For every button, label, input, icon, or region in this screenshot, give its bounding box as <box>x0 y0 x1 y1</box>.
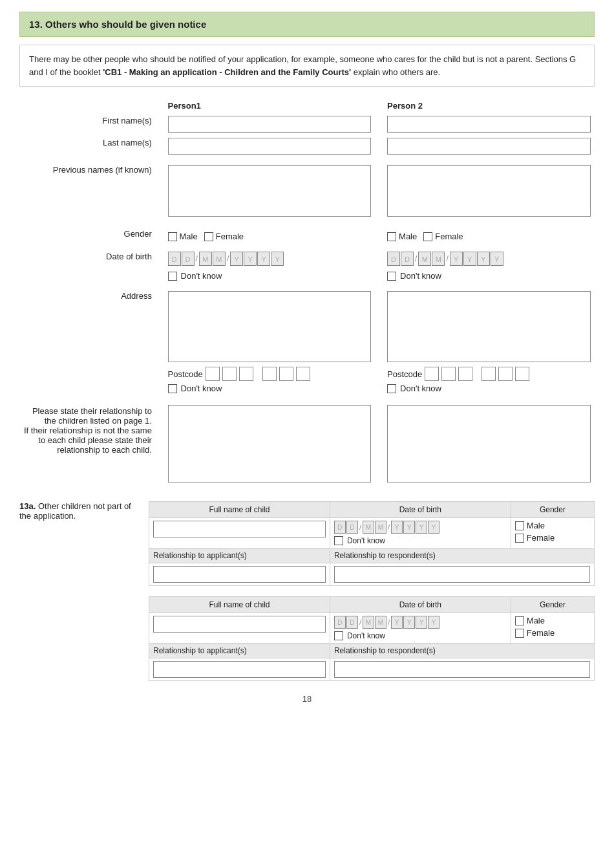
person2-male-checkbox[interactable] <box>387 232 396 241</box>
person1-relationship-input[interactable] <box>168 405 372 483</box>
child2-male-option[interactable]: Male <box>515 616 590 625</box>
child1-rel-applicant-input[interactable] <box>153 566 326 583</box>
person2-first-name-input[interactable] <box>387 116 591 133</box>
person2-female-checkbox[interactable] <box>423 232 432 241</box>
c1-sep2: / <box>388 523 390 531</box>
c2-d1[interactable]: D <box>334 616 346 629</box>
c1-m2[interactable]: M <box>375 521 386 534</box>
c2-y3[interactable]: Y <box>416 616 427 629</box>
p2-dob-m2[interactable]: M <box>432 252 445 266</box>
p1-dob-m1[interactable]: M <box>199 252 212 266</box>
child2-name-input[interactable] <box>153 616 326 633</box>
person2-address-dont-know-checkbox[interactable] <box>387 384 396 393</box>
c2-y4[interactable]: Y <box>428 616 439 629</box>
person2-male-option[interactable]: Male <box>387 232 417 241</box>
p1-pc1[interactable] <box>206 367 220 381</box>
c1-y2[interactable]: Y <box>403 521 415 534</box>
p1-dob-m2[interactable]: M <box>213 252 226 266</box>
c2-m2[interactable]: M <box>375 616 386 629</box>
p1-dob-y4[interactable]: Y <box>271 252 284 266</box>
person1-last-name-input[interactable] <box>168 138 372 155</box>
p1-dob-d1[interactable]: D <box>168 252 181 266</box>
person2-dob-dont-know-checkbox[interactable] <box>387 272 396 281</box>
person1-male-option[interactable]: Male <box>168 232 198 241</box>
address-row: Address Postcode Don't know <box>19 288 595 396</box>
p2-dob-m1[interactable]: M <box>418 252 431 266</box>
c2-y1[interactable]: Y <box>391 616 403 629</box>
p2-pc4[interactable] <box>482 367 496 381</box>
p1-sep1: / <box>196 254 198 263</box>
child1-male-checkbox[interactable] <box>515 521 524 530</box>
p1-pc5[interactable] <box>279 367 293 381</box>
person1-previous-names-input[interactable] <box>168 165 372 217</box>
p2-pc3[interactable] <box>458 367 472 381</box>
person1-address-input[interactable] <box>168 291 372 362</box>
p1-dob-y2[interactable]: Y <box>244 252 257 266</box>
section-13a-bold-label: 13a. <box>19 501 36 511</box>
c1-y1[interactable]: Y <box>391 521 403 534</box>
child2-dob-dont-know-checkbox[interactable] <box>334 631 343 640</box>
person1-female-checkbox[interactable] <box>204 232 213 241</box>
child2-rel-respondent-header: Relationship to respondent(s) <box>330 644 594 658</box>
p2-dob-y3[interactable]: Y <box>477 252 490 266</box>
p2-dob-d2[interactable]: D <box>401 252 414 266</box>
person2-female-option[interactable]: Female <box>423 232 463 241</box>
p2-dob-y2[interactable]: Y <box>463 252 476 266</box>
child2-female-option[interactable]: Female <box>515 628 590 638</box>
p1-dob-y1[interactable]: Y <box>230 252 243 266</box>
p2-pc5[interactable] <box>498 367 513 381</box>
section-13a-content: Full name of child Date of birth Gender … <box>149 497 595 681</box>
person2-last-name-input[interactable] <box>387 138 591 155</box>
p1-pc6[interactable] <box>296 367 310 381</box>
c1-y3[interactable]: Y <box>416 521 427 534</box>
p1-dob-d2[interactable]: D <box>182 252 195 266</box>
person1-address-dont-know-checkbox[interactable] <box>168 384 177 393</box>
p2-dob-y4[interactable]: Y <box>491 252 503 266</box>
child2-rel-applicant-input[interactable] <box>153 661 326 678</box>
person2-dob-dont-know-row: Don't know <box>387 271 591 281</box>
c1-y4[interactable]: Y <box>428 521 439 534</box>
c1-m1[interactable]: M <box>363 521 374 534</box>
child1-female-option[interactable]: Female <box>515 533 590 543</box>
person1-header: Person1 <box>164 98 376 113</box>
p2-dob-y1[interactable]: Y <box>450 252 463 266</box>
person2-previous-names-input[interactable] <box>387 165 591 217</box>
p1-pc3[interactable] <box>239 367 253 381</box>
child1-male-option[interactable]: Male <box>515 521 590 530</box>
child2-rel-respondent-input[interactable] <box>334 661 590 678</box>
c2-y2[interactable]: Y <box>403 616 415 629</box>
person1-dob-dont-know-checkbox[interactable] <box>168 272 177 281</box>
person1-female-option[interactable]: Female <box>204 232 244 241</box>
child1-rel-respondent-input[interactable] <box>334 566 590 583</box>
c2-m1[interactable]: M <box>363 616 374 629</box>
previous-names-row: Previous names (if known) <box>19 162 595 221</box>
child1-dob-dont-know-row: Don't know <box>334 536 507 545</box>
p2-pc2[interactable] <box>441 367 456 381</box>
person2-address-input[interactable] <box>387 291 591 362</box>
p2-pc1[interactable] <box>425 367 439 381</box>
child2-female-checkbox[interactable] <box>515 629 524 638</box>
person2-dob-fields: D D / M M / Y Y Y Y <box>387 252 591 266</box>
person2-relationship-input[interactable] <box>387 405 591 483</box>
person1-male-checkbox[interactable] <box>168 232 177 241</box>
person1-first-name-input[interactable] <box>168 116 372 133</box>
section-13a-row: 13a. Other children not part of the appl… <box>19 497 595 681</box>
p2-pc6[interactable] <box>515 367 529 381</box>
child1-dob-dont-know-checkbox[interactable] <box>334 536 343 545</box>
c2-d2[interactable]: D <box>346 616 358 629</box>
gender-label: Gender <box>19 226 156 244</box>
child2-male-checkbox[interactable] <box>515 616 524 625</box>
p1-pc2[interactable] <box>222 367 237 381</box>
child1-name-input[interactable] <box>153 521 326 537</box>
c1-d1[interactable]: D <box>334 521 346 534</box>
section-13a-outer-table: 13a. Other children not part of the appl… <box>19 497 595 681</box>
c1-d2[interactable]: D <box>346 521 358 534</box>
main-form-table: Person1 Person 2 First name(s) Last name… <box>19 98 595 487</box>
child1-gender-cell: Male Female <box>511 518 594 548</box>
p1-dob-y3[interactable]: Y <box>257 252 270 266</box>
person2-address-dont-know-row: Don't know <box>387 384 591 393</box>
p2-dob-d1[interactable]: D <box>387 252 400 266</box>
person1-dob-fields: D D / M M / Y Y Y Y <box>168 252 372 266</box>
p1-pc4[interactable] <box>262 367 277 381</box>
child1-female-checkbox[interactable] <box>515 534 524 543</box>
